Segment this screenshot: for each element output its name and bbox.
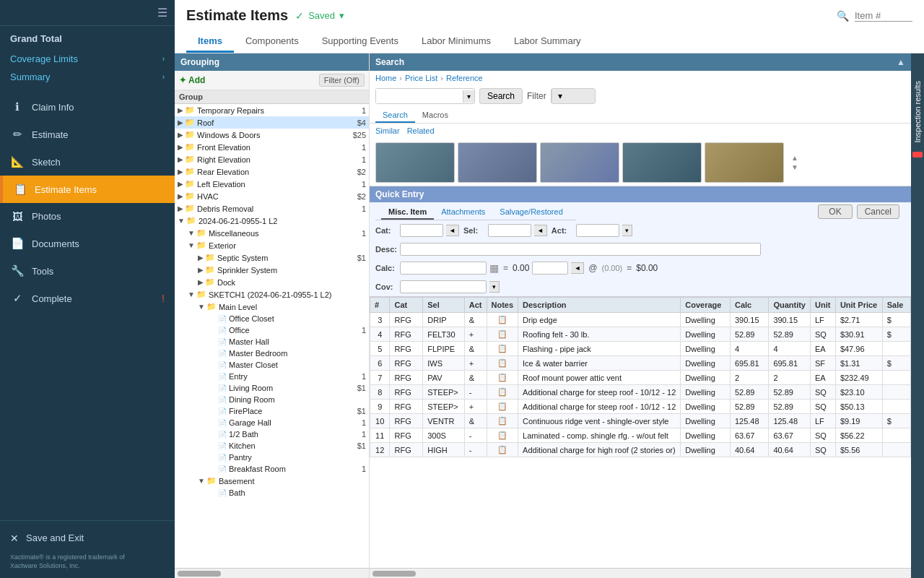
desc-input[interactable] [400,243,761,256]
breadcrumb-pricelist[interactable]: Price List [405,74,437,82]
col-header-sel[interactable]: Sel [423,298,465,313]
tree-item[interactable]: 📄 Master Hall [175,336,369,348]
tab-search[interactable]: Search [375,108,415,123]
horizontal-scroll-table[interactable] [370,568,911,578]
cov-input[interactable] [400,280,487,293]
col-header-sale[interactable]: Sale [882,298,910,313]
search-image-4[interactable] [622,142,702,183]
tab-labor-minimums[interactable]: Labor Minimums [410,31,502,53]
tab-items[interactable]: Items [186,31,234,53]
filter-button[interactable]: Filter (Off) [319,74,365,87]
search-dropdown-button[interactable]: ▾ [463,90,474,103]
breadcrumb-home[interactable]: Home [375,74,396,82]
tree-item[interactable]: 📄 Garage Hall 1 [175,417,369,428]
search-image-5[interactable] [705,142,784,183]
calc-icon[interactable]: ▦ [489,262,499,274]
sidebar-item-tools[interactable]: 🔧 Tools [0,257,175,285]
tree-item[interactable]: 📄 Pantry [175,452,369,463]
qe-ok-button[interactable]: OK [818,204,852,219]
sel-arrow-button[interactable]: ◄ [534,225,547,236]
qe-tab-misc[interactable]: Misc. Item [381,205,434,220]
tree-item[interactable]: ▶📁 Right Elevation 1 [175,153,369,165]
tree-item[interactable]: 📄 Kitchen $1 [175,440,369,452]
col-header-coverage[interactable]: Coverage [681,298,731,313]
tab-macros[interactable]: Macros [415,108,456,123]
calc-input[interactable] [400,262,487,275]
table-row[interactable]: 11 RFG 300S - 📋 Laminated - comp. shingl… [370,428,911,443]
tree-item[interactable]: 📄 Master Closet [175,359,369,371]
sidebar-item-estimate[interactable]: ✏ Estimate [0,121,175,148]
tree-item[interactable]: 📄 Dining Room [175,394,369,405]
item-number-input[interactable] [855,10,912,22]
tree-item[interactable]: 📄 Office 1 [175,324,369,336]
add-group-button[interactable]: ✦ Add [179,75,205,85]
sidebar-item-sketch[interactable]: 📐 Sketch [0,148,175,176]
tree-item[interactable]: ▼📁 Exterior [175,239,369,251]
table-row[interactable]: 8 RFG STEEP> - 📋 Additional charge for s… [370,385,911,400]
cov-arrow-button[interactable]: ▾ [489,281,500,293]
table-row[interactable]: 12 RFG HIGH - 📋 Additional charge for hi… [370,443,911,457]
tree-item[interactable]: 📄 Breakfast Room 1 [175,463,369,475]
search-images-scroll[interactable]: ▲ ▼ [790,154,800,171]
table-row[interactable]: 7 RFG PAV & 📋 Roof mount power attic ven… [370,371,911,385]
col-header-unit-price[interactable]: Unit Price [835,298,882,313]
tree-item[interactable]: ▼📁 Main Level [175,301,369,313]
data-table-wrap[interactable]: # Cat Sel Act Notes Description Coverage… [370,297,911,568]
saved-indicator[interactable]: ✓ Saved ▾ [295,10,344,22]
tree-item[interactable]: ▶📁 Windows & Doors $25 [175,129,369,141]
table-row[interactable]: 4 RFG FELT30 + 📋 Roofing felt - 30 lb. D… [370,327,911,342]
tree-scroll[interactable]: ▶📁 Temporary Repairs 1 ▶📁 Roof $4 ▶📁 Win… [175,104,369,568]
tree-item[interactable]: ▶📁 Septic System $1 [175,251,369,264]
act-arrow-button[interactable]: ▾ [622,225,632,236]
search-image-2[interactable] [458,142,537,183]
tree-item[interactable]: 📄 Entry 1 [175,371,369,382]
tree-item[interactable]: ▶📁 Temporary Repairs 1 [175,104,369,116]
similar-button[interactable]: Similar [375,125,400,137]
qty-arrow-button[interactable]: ◄ [571,262,584,274]
search-input[interactable] [376,89,463,103]
cat-input[interactable] [400,224,443,237]
sidebar-item-coverage-limits[interactable]: Coverage Limits › [10,50,165,68]
qe-tab-salvage[interactable]: Salvage/Restored [492,205,570,220]
table-row[interactable]: 9 RFG STEEP> + 📋 Additional charge for s… [370,400,911,414]
col-header-desc[interactable]: Description [518,298,681,313]
col-header-quantity[interactable]: Quantity [769,298,811,313]
horizontal-scroll-grouping[interactable] [175,568,369,578]
tree-item[interactable]: ▶📁 HVAC $2 [175,190,369,202]
search-image-1[interactable] [375,142,455,183]
collapse-search-button[interactable]: ▲ [897,57,905,67]
col-header-calc[interactable]: Calc [730,298,768,313]
tree-item[interactable]: ▼📁 Basement [175,475,369,487]
tree-item[interactable]: ▼📁 Miscellaneous 1 [175,227,369,239]
col-header-act[interactable]: Act [464,298,487,313]
cat-arrow-button[interactable]: ◄ [446,225,459,236]
col-header-unit[interactable]: Unit [811,298,836,313]
tree-item[interactable]: ▶📁 Left Elevation 1 [175,178,369,190]
col-header-cat[interactable]: Cat [390,298,423,313]
table-row[interactable]: 10 RFG VENTR & 📋 Continuous ridge vent -… [370,414,911,428]
tree-item[interactable]: 📄 Bath [175,487,369,499]
tree-item[interactable]: ▼📁 SKETCH1 (2024-06-21-0955-1 L2) [175,288,369,301]
breadcrumb-reference[interactable]: Reference [446,74,483,82]
filter-select-button[interactable]: ▾ [552,89,595,103]
inspection-results-label[interactable]: Inspection results [912,75,923,149]
tree-item[interactable]: 📄 FirePlace $1 [175,405,369,417]
tree-item[interactable]: 📄 Office Closet [175,313,369,324]
sel-input[interactable] [488,224,531,237]
tab-labor-summary[interactable]: Labor Summary [502,31,592,53]
qe-cancel-button[interactable]: Cancel [857,204,899,219]
search-button[interactable]: Search [479,88,523,104]
sidebar-item-claim-info[interactable]: ℹ Claim Info [0,93,175,121]
search-image-3[interactable] [540,142,619,183]
sidebar-item-complete[interactable]: ✓ Complete ! [0,285,175,312]
tab-supporting-events[interactable]: Supporting Events [310,31,410,53]
sidebar-item-photos[interactable]: 🖼 Photos [0,203,175,230]
tree-item[interactable]: 📄 Master Bedroom [175,348,369,359]
qe-tab-attachments[interactable]: Attachments [434,205,492,220]
tree-item[interactable]: ▶📁 Sprinkler System [175,264,369,276]
table-row[interactable]: 5 RFG FLPIPE & 📋 Flashing - pipe jack Dw… [370,342,911,356]
sidebar-item-documents[interactable]: 📄 Documents [0,230,175,257]
tree-item[interactable]: ▼📁 2024-06-21-0955-1 L2 [175,215,369,227]
sidebar-item-estimate-items[interactable]: 📋 Estimate Items [0,176,175,203]
tree-item[interactable]: ▶📁 Front Elevation 1 [175,141,369,153]
